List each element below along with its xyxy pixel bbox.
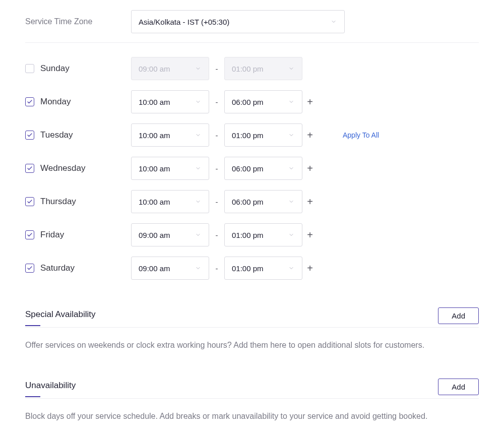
day-checkbox[interactable]: [25, 164, 34, 173]
chevron-down-icon: [330, 18, 337, 25]
start-time-select[interactable]: 09:00 am: [131, 223, 209, 246]
end-time-value: 01:00 pm: [232, 65, 264, 73]
start-time-select[interactable]: 09:00 am: [131, 257, 209, 280]
day-name: Monday: [40, 97, 71, 107]
time-range-separator: -: [209, 231, 224, 239]
unavailability-description: Block days off your service schedule. Ad…: [25, 411, 479, 422]
time-range-separator: -: [209, 198, 224, 206]
chevron-down-icon: [195, 165, 202, 172]
day-name: Tuesday: [40, 130, 73, 140]
chevron-down-icon: [195, 132, 202, 139]
chevron-down-icon: [195, 265, 202, 272]
day-name: Thursday: [40, 197, 76, 207]
chevron-down-icon: [195, 65, 202, 72]
end-time-select[interactable]: 06:00 pm: [224, 190, 302, 213]
service-time-zone-select[interactable]: Asia/Kolkata - IST (+05:30): [131, 10, 345, 33]
end-time-select[interactable]: 01:00 pm: [224, 257, 302, 280]
end-time-select[interactable]: 01:00 pm: [224, 223, 302, 246]
add-time-slot-button[interactable]: +: [302, 96, 318, 108]
start-time-select: 09:00 am: [131, 57, 209, 80]
day-checkbox[interactable]: [25, 264, 34, 273]
chevron-down-icon: [288, 165, 295, 172]
start-time-select[interactable]: 10:00 am: [131, 190, 209, 213]
end-time-value: 01:00 pm: [232, 264, 264, 273]
start-time-value: 10:00 am: [139, 198, 170, 206]
add-unavailability-button[interactable]: Add: [438, 379, 479, 395]
add-time-slot-button[interactable]: +: [302, 163, 318, 174]
time-range-separator: -: [209, 98, 224, 106]
chevron-down-icon: [288, 265, 295, 272]
day-name: Saturday: [40, 263, 75, 273]
time-range-separator: -: [209, 65, 224, 73]
start-time-value: 10:00 am: [139, 98, 170, 106]
end-time-value: 06:00 pm: [232, 98, 264, 106]
start-time-value: 09:00 am: [139, 264, 170, 273]
day-name: Sunday: [40, 64, 70, 74]
add-time-slot-button[interactable]: +: [302, 263, 318, 274]
add-time-slot-button[interactable]: +: [302, 229, 318, 241]
start-time-value: 10:00 am: [139, 131, 170, 140]
start-time-value: 09:00 am: [139, 65, 170, 73]
time-range-separator: -: [209, 264, 224, 273]
end-time-value: 01:00 pm: [232, 131, 264, 140]
apply-to-all-link[interactable]: Apply To All: [343, 131, 379, 139]
chevron-down-icon: [288, 65, 295, 72]
chevron-down-icon: [288, 231, 295, 238]
end-time-select: 01:00 pm: [224, 57, 302, 80]
chevron-down-icon: [195, 198, 202, 205]
service-time-zone-value: Asia/Kolkata - IST (+05:30): [139, 18, 229, 26]
day-checkbox[interactable]: [25, 97, 34, 106]
start-time-select[interactable]: 10:00 am: [131, 157, 209, 180]
add-special-availability-button[interactable]: Add: [438, 307, 479, 324]
time-range-separator: -: [209, 164, 224, 173]
day-checkbox[interactable]: [25, 230, 34, 239]
special-availability-description: Offer services on weekends or clock extr…: [25, 340, 479, 351]
chevron-down-icon: [288, 98, 295, 105]
end-time-select[interactable]: 06:00 pm: [224, 157, 302, 180]
day-checkbox[interactable]: [25, 64, 34, 73]
start-time-value: 09:00 am: [139, 231, 170, 239]
add-time-slot-button[interactable]: +: [302, 130, 318, 141]
time-range-separator: -: [209, 131, 224, 140]
end-time-value: 06:00 pm: [232, 198, 264, 206]
start-time-select[interactable]: 10:00 am: [131, 123, 209, 147]
chevron-down-icon: [195, 231, 202, 238]
end-time-value: 01:00 pm: [232, 231, 264, 239]
end-time-select[interactable]: 01:00 pm: [224, 123, 302, 147]
start-time-value: 10:00 am: [139, 164, 170, 173]
day-name: Wednesday: [40, 163, 85, 173]
service-time-zone-label: Service Time Zone: [25, 17, 131, 26]
day-checkbox[interactable]: [25, 197, 34, 206]
chevron-down-icon: [195, 98, 202, 105]
end-time-value: 06:00 pm: [232, 164, 264, 173]
start-time-select[interactable]: 10:00 am: [131, 90, 209, 113]
chevron-down-icon: [288, 132, 295, 139]
unavailability-title: Unavailability: [25, 381, 76, 394]
divider: [25, 42, 479, 43]
add-time-slot-button[interactable]: +: [302, 196, 318, 208]
day-checkbox[interactable]: [25, 131, 34, 140]
day-name: Friday: [40, 230, 64, 240]
chevron-down-icon: [288, 198, 295, 205]
end-time-select[interactable]: 06:00 pm: [224, 90, 302, 113]
special-availability-title: Special Availability: [25, 309, 96, 323]
